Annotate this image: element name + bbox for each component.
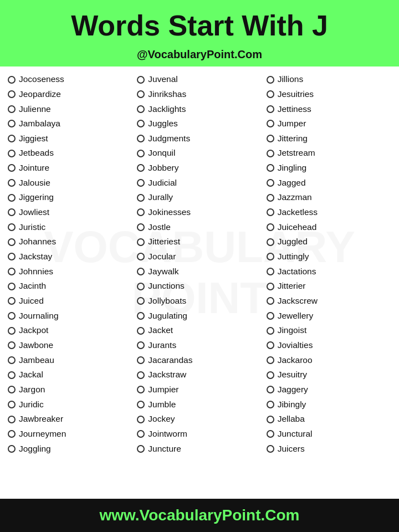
word-label: Jalousie xyxy=(19,176,50,191)
bullet-icon xyxy=(8,341,16,349)
list-item: Jackscrew xyxy=(267,294,391,309)
word-label: Jointure xyxy=(19,161,49,176)
list-item: Jackaroo xyxy=(267,353,391,368)
list-item: Jonquil xyxy=(137,146,262,161)
word-label: Juiced xyxy=(19,294,44,309)
word-label: Juggles xyxy=(148,116,177,131)
word-label: Jollyboats xyxy=(148,294,186,309)
list-item: Jokinesses xyxy=(137,205,262,220)
word-label: Juttingly xyxy=(278,249,309,264)
word-label: Jacinth xyxy=(19,279,46,294)
word-label: Jactations xyxy=(278,264,316,279)
word-label: Jacketless xyxy=(278,205,318,220)
word-label: Jitteriest xyxy=(148,234,180,249)
bullet-icon xyxy=(8,135,16,142)
word-label: Jackstraw xyxy=(148,367,186,382)
word-label: Jellaba xyxy=(278,412,305,427)
list-item: Jettiness xyxy=(267,102,391,117)
bullet-icon xyxy=(137,164,145,172)
word-label: Jacket xyxy=(148,323,173,338)
list-item: Juggles xyxy=(137,116,262,131)
word-label: Jackscrew xyxy=(278,294,318,309)
list-item: Jiggiest xyxy=(8,131,132,146)
list-item: Junctions xyxy=(137,279,262,294)
bullet-icon xyxy=(267,150,274,157)
bullet-icon xyxy=(137,416,145,423)
list-item: Jewellery xyxy=(267,309,391,324)
bullet-icon xyxy=(8,194,16,202)
bullet-icon xyxy=(267,371,274,379)
word-label: Jesuitry xyxy=(278,367,307,382)
list-item: Journeymen xyxy=(8,427,132,442)
list-item: Jobbery xyxy=(137,161,262,176)
word-label: Jagged xyxy=(278,176,306,191)
list-item: Jargon xyxy=(8,382,132,397)
bullet-icon xyxy=(8,150,16,157)
list-item: Jacarandas xyxy=(137,353,262,368)
list-item: Jocoseness xyxy=(8,72,132,87)
list-item: Juristic xyxy=(8,220,132,235)
list-item: Jumble xyxy=(137,397,262,412)
bullet-icon xyxy=(137,312,145,320)
bullet-icon xyxy=(137,194,145,202)
word-label: Jurants xyxy=(148,338,176,353)
word-label: Judicial xyxy=(148,176,177,191)
bullet-icon xyxy=(8,356,16,364)
list-item: Jovialties xyxy=(267,338,391,353)
page-title: Words Start With J xyxy=(6,10,393,42)
bullet-icon xyxy=(8,371,16,379)
list-item: Johnnies xyxy=(8,264,132,279)
bullet-icon xyxy=(137,401,145,408)
word-label: Jawbone xyxy=(19,338,53,353)
list-item: Jesuitry xyxy=(267,367,391,382)
word-label: Journaling xyxy=(19,309,59,324)
list-item: Juicehead xyxy=(267,220,391,235)
word-label: Juicers xyxy=(278,442,305,457)
word-label: Jumble xyxy=(148,397,176,412)
list-item: Judicial xyxy=(137,176,262,191)
word-label: Juridic xyxy=(19,397,44,412)
list-item: Juvenal xyxy=(137,72,262,87)
bullet-icon xyxy=(8,90,16,98)
list-item: Jeopardize xyxy=(8,87,132,102)
list-item: Johannes xyxy=(8,234,132,249)
list-item: Jawbone xyxy=(8,338,132,353)
list-item: Jackstay xyxy=(8,249,132,264)
bullet-icon xyxy=(267,105,274,113)
word-label: Juristic xyxy=(19,220,45,235)
word-label: Jurally xyxy=(148,190,173,205)
list-item: Jetbeads xyxy=(8,146,132,161)
list-item: Julienne xyxy=(8,102,132,117)
bullet-icon xyxy=(267,253,274,260)
word-label: Judgments xyxy=(148,131,190,146)
word-label: Jobbery xyxy=(148,161,178,176)
word-label: Juicehead xyxy=(278,220,317,235)
list-item: Jurally xyxy=(137,190,262,205)
word-label: Jaggery xyxy=(278,382,308,397)
footer-section: www.VocabularyPoint.Com xyxy=(0,499,399,532)
word-label: Jibingly xyxy=(278,397,306,412)
list-item: Jacketless xyxy=(267,205,391,220)
word-label: Jostle xyxy=(148,220,171,235)
bullet-icon xyxy=(137,90,145,98)
bullet-icon xyxy=(137,238,145,246)
list-item: Juicers xyxy=(267,442,391,457)
bullet-icon xyxy=(8,268,16,275)
list-item: Jowliest xyxy=(8,205,132,220)
word-label: Jumper xyxy=(278,116,306,131)
word-label: Jacarandas xyxy=(148,353,192,368)
list-item: Jacklights xyxy=(137,102,262,117)
list-item: Jactations xyxy=(267,264,391,279)
list-item: Jambeau xyxy=(8,353,132,368)
bullet-icon xyxy=(8,312,16,320)
word-label: Julienne xyxy=(19,102,51,117)
list-item: Jingoist xyxy=(267,323,391,338)
list-item: Jesuitries xyxy=(267,87,391,102)
bullet-icon xyxy=(8,223,16,231)
bullet-icon xyxy=(267,386,274,393)
bullet-icon xyxy=(267,90,274,98)
list-item: Jagged xyxy=(267,176,391,191)
bullet-icon xyxy=(267,135,274,142)
list-item: Jugulating xyxy=(137,309,262,324)
bullet-icon xyxy=(8,430,16,438)
